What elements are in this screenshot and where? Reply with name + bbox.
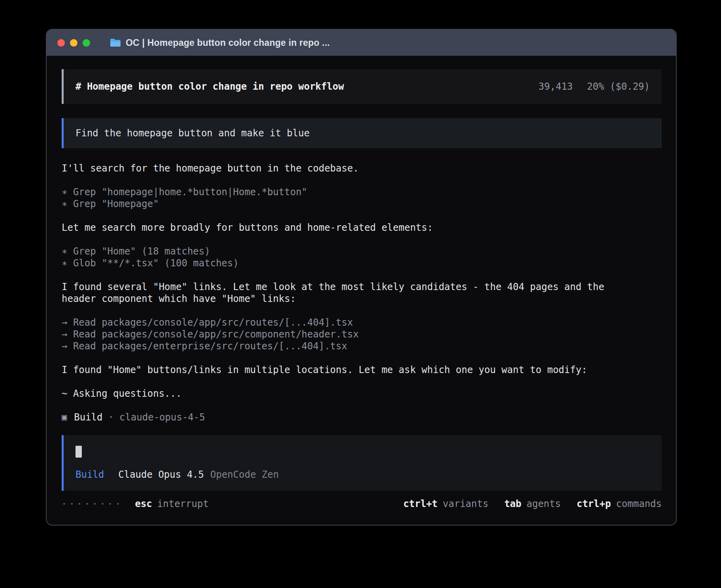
close-button[interactable]	[57, 39, 65, 47]
progress-dots: ••••••••	[62, 498, 124, 510]
agent-icon: ▣	[62, 411, 67, 423]
agent-separator: ·	[108, 411, 114, 423]
tool-call-grep: ∗ Grep "homepage|home.*button|Home.*butt…	[62, 186, 662, 198]
assistant-text: I'll search for the homepage button in t…	[62, 162, 662, 174]
user-message-text: Find the homepage button and make it blu…	[75, 128, 310, 139]
shortcut-variants: ctrl+t variants	[403, 498, 488, 509]
token-count: 39,413	[538, 81, 573, 92]
zoom-button[interactable]	[83, 39, 90, 47]
session-content: # Homepage button color change in repo w…	[47, 56, 676, 494]
input-mode[interactable]: Build	[75, 469, 104, 481]
agents-label: agents	[527, 498, 561, 509]
shortcut-interrupt: esc interrupt	[135, 498, 208, 509]
status-left: •••••••• esc interrupt	[62, 498, 209, 510]
agent-name: Build	[74, 411, 102, 423]
traffic-lights	[57, 39, 90, 47]
session-header: # Homepage button color change in repo w…	[62, 69, 662, 104]
tool-call-read: → Read packages/enterprise/src/routes/[.…	[62, 340, 662, 352]
assistant-transcript: I'll search for the homepage button in t…	[62, 162, 662, 423]
esc-label: interrupt	[157, 498, 209, 509]
ctrl-p-key: ctrl+p	[577, 498, 611, 509]
tool-call-glob: ∗ Glob "**/*.tsx" (100 matches)	[62, 257, 662, 269]
window-title-group: OC | Homepage button color change in rep…	[110, 38, 330, 48]
terminal-window: OC | Homepage button color change in rep…	[46, 29, 677, 526]
tool-call-grep: ∗ Grep "Home" (18 matches)	[62, 245, 662, 257]
input-provider: OpenCode Zen	[210, 469, 279, 481]
assistant-status-text: ~ Asking questions...	[62, 388, 662, 400]
input-meta-row: Build Claude Opus 4.5 OpenCode Zen	[75, 469, 650, 481]
commands-label: commands	[616, 498, 662, 509]
status-bar: •••••••• esc interrupt ctrl+t variants t…	[47, 494, 676, 525]
tool-call-read: → Read packages/console/app/src/routes/[…	[62, 317, 662, 328]
esc-key: esc	[135, 498, 152, 509]
status-right: ctrl+t variants tab agents ctrl+p comman…	[403, 498, 662, 509]
minimize-button[interactable]	[70, 39, 77, 47]
agent-model: claude-opus-4-5	[119, 411, 205, 423]
session-meta: 39,413 20% ($0.29)	[538, 81, 650, 92]
tool-call-read: → Read packages/console/app/src/componen…	[62, 328, 662, 340]
shortcut-commands: ctrl+p commands	[577, 498, 662, 509]
tool-call-grep: ∗ Grep "Homepage"	[62, 198, 662, 210]
prompt-input[interactable]: Build Claude Opus 4.5 OpenCode Zen	[62, 435, 662, 491]
tab-key: tab	[504, 498, 521, 509]
agent-status-row: ▣ Build · claude-opus-4-5	[62, 411, 662, 423]
assistant-text: I found "Home" buttons/links in multiple…	[62, 364, 662, 376]
session-title: # Homepage button color change in repo w…	[75, 81, 344, 92]
input-model[interactable]: Claude Opus 4.5	[118, 469, 204, 481]
assistant-text: I found several "Home" links. Let me loo…	[62, 281, 627, 305]
window-titlebar: OC | Homepage button color change in rep…	[47, 30, 676, 56]
text-cursor	[75, 446, 82, 458]
user-message: Find the homepage button and make it blu…	[62, 118, 662, 148]
variants-label: variants	[443, 498, 489, 509]
shortcut-agents: tab agents	[504, 498, 561, 509]
window-title: OC | Homepage button color change in rep…	[126, 38, 330, 48]
assistant-text: Let me search more broadly for buttons a…	[62, 222, 662, 234]
folder-icon	[110, 38, 121, 47]
ctrl-t-key: ctrl+t	[403, 498, 438, 509]
context-usage: 20% ($0.29)	[587, 81, 650, 92]
